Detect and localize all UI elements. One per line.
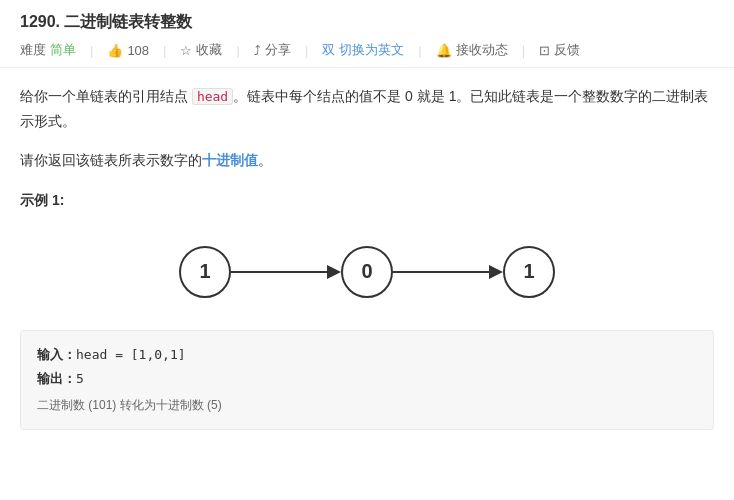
input-label: 输入： <box>37 347 76 362</box>
sep4: | <box>305 43 308 58</box>
linked-list-diagram: 1 0 1 <box>20 226 714 326</box>
code-head: head <box>192 88 233 105</box>
arrow-head-2 <box>489 265 503 279</box>
node-3: 1 <box>503 246 555 298</box>
arrow-line-1 <box>231 271 327 273</box>
collect-label: 收藏 <box>196 41 222 59</box>
like-action[interactable]: 👍 108 <box>107 43 149 58</box>
feedback-action[interactable]: ⊡ 反馈 <box>539 41 580 59</box>
desc2-end: 。 <box>258 152 272 168</box>
switch-lang-label: 切换为英文 <box>339 41 404 59</box>
sep2: | <box>163 43 166 58</box>
switch-lang-action[interactable]: 双 切换为英文 <box>322 41 404 59</box>
desc2-text: 请你返回该链表所表示数字的 <box>20 152 202 168</box>
page-title: 1290. 二进制链表转整数 <box>20 12 714 33</box>
output-value: 5 <box>76 371 84 386</box>
input-value: head = [1,0,1] <box>76 347 186 362</box>
explanation-row: 二进制数 (101) 转化为十进制数 (5) <box>37 394 697 417</box>
notify-icon: 🔔 <box>436 43 452 58</box>
meta-row: 难度 简单 | 👍 108 | ☆ 收藏 | ⤴ 分享 | 双 切换为英文 | … <box>20 41 714 59</box>
notify-label: 接收动态 <box>456 41 508 59</box>
switch-lang-icon: 双 <box>322 41 335 59</box>
arrow-head-1 <box>327 265 341 279</box>
collect-icon: ☆ <box>180 43 192 58</box>
example-box: 输入：head = [1,0,1] 输出：5 二进制数 (101) 转化为十进制… <box>20 330 714 430</box>
arrow-line-2 <box>393 271 489 273</box>
sep3: | <box>236 43 239 58</box>
like-count: 108 <box>127 43 149 58</box>
node-3-value: 1 <box>523 260 534 283</box>
sep5: | <box>418 43 421 58</box>
description1: 给你一个单链表的引用结点 head。链表中每个结点的值不是 0 就是 1。已知此… <box>20 84 714 134</box>
notify-action[interactable]: 🔔 接收动态 <box>436 41 508 59</box>
header: 1290. 二进制链表转整数 难度 简单 | 👍 108 | ☆ 收藏 | ⤴ … <box>0 0 734 68</box>
share-icon: ⤴ <box>254 43 261 58</box>
arrow-1 <box>231 265 341 279</box>
desc-text1: 给你一个单链表的引用结点 <box>20 88 192 104</box>
input-row: 输入：head = [1,0,1] <box>37 343 697 368</box>
like-icon: 👍 <box>107 43 123 58</box>
explanation-label: 二进制数 (101) 转化为十进制数 (5) <box>37 398 222 412</box>
example-section: 示例 1: 1 0 1 输入：head = [1,0,1] <box>20 192 714 430</box>
node-2: 0 <box>341 246 393 298</box>
difficulty-value[interactable]: 简单 <box>50 41 76 59</box>
collect-action[interactable]: ☆ 收藏 <box>180 41 222 59</box>
feedback-icon: ⊡ <box>539 43 550 58</box>
node-2-value: 0 <box>361 260 372 283</box>
node-1: 1 <box>179 246 231 298</box>
main-content: 给你一个单链表的引用结点 head。链表中每个结点的值不是 0 就是 1。已知此… <box>0 68 734 446</box>
example-title: 示例 1: <box>20 192 714 210</box>
output-row: 输出：5 <box>37 367 697 392</box>
sep1: | <box>90 43 93 58</box>
arrow-2 <box>393 265 503 279</box>
feedback-label: 反馈 <box>554 41 580 59</box>
share-label: 分享 <box>265 41 291 59</box>
node-1-value: 1 <box>199 260 210 283</box>
difficulty-label: 难度 <box>20 41 46 59</box>
output-label: 输出： <box>37 371 76 386</box>
description2: 请你返回该链表所表示数字的十进制值。 <box>20 148 714 173</box>
share-action[interactable]: ⤴ 分享 <box>254 41 291 59</box>
highlight-decimal: 十进制值 <box>202 152 258 168</box>
sep6: | <box>522 43 525 58</box>
